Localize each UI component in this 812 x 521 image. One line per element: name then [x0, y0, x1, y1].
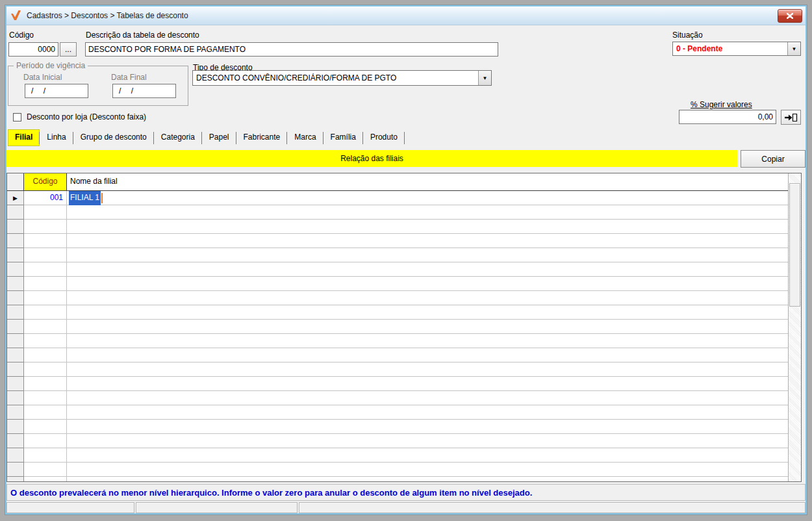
- cell-codigo[interactable]: [24, 377, 67, 391]
- grid-column-codigo[interactable]: Código: [24, 173, 67, 190]
- tab-papel[interactable]: Papel: [202, 129, 236, 146]
- cell-nome[interactable]: [67, 291, 788, 305]
- grid-column-nome[interactable]: Nome da filial: [67, 173, 788, 190]
- table-row[interactable]: ▶001FILIAL 1: [7, 191, 788, 205]
- cell-nome[interactable]: [67, 248, 788, 262]
- apply-suggest-button[interactable]: [781, 110, 801, 125]
- cell-codigo[interactable]: 001: [24, 191, 67, 205]
- table-row[interactable]: [7, 477, 788, 481]
- table-row[interactable]: [7, 377, 788, 391]
- cell-nome[interactable]: [67, 434, 788, 448]
- cell-codigo[interactable]: [24, 434, 67, 448]
- cell-nome[interactable]: [67, 448, 788, 463]
- cell-nome[interactable]: [67, 334, 788, 348]
- arrow-to-document-icon: [784, 113, 798, 122]
- cell-codigo[interactable]: [24, 477, 67, 481]
- table-row[interactable]: [7, 391, 788, 405]
- chevron-down-icon[interactable]: ▼: [478, 71, 491, 85]
- cell-codigo[interactable]: [24, 220, 67, 234]
- copy-button[interactable]: Copiar: [741, 150, 806, 168]
- tab-linha[interactable]: Linha: [40, 129, 73, 146]
- table-row[interactable]: [7, 291, 788, 305]
- table-row[interactable]: [7, 305, 788, 320]
- table-row[interactable]: [7, 463, 788, 477]
- cell-nome[interactable]: [67, 348, 788, 362]
- cell-nome[interactable]: FILIAL 1: [67, 191, 788, 205]
- data-final-input[interactable]: / /: [112, 84, 176, 98]
- cell-codigo[interactable]: [24, 320, 67, 334]
- situacao-combobox[interactable]: 0 - Pendente ▼: [672, 42, 801, 56]
- chevron-down-icon[interactable]: ▼: [787, 42, 800, 55]
- tipo-desconto-combobox[interactable]: DESCONTO CONVÊNIO/CREDIÁRIO/FORMA DE PGT…: [192, 70, 492, 86]
- cell-codigo[interactable]: [24, 405, 67, 420]
- scrollbar-thumb[interactable]: [789, 183, 800, 307]
- cell-nome[interactable]: [67, 320, 788, 334]
- cell-nome[interactable]: [67, 420, 788, 434]
- cell-nome[interactable]: [67, 305, 788, 320]
- table-row[interactable]: [7, 320, 788, 334]
- sugerir-input[interactable]: 0,00: [679, 110, 776, 124]
- browse-button[interactable]: ...: [60, 42, 77, 57]
- tab-categoria[interactable]: Categoria: [154, 129, 202, 146]
- cell-codigo[interactable]: [24, 205, 67, 220]
- cell-nome[interactable]: [67, 477, 788, 481]
- table-row[interactable]: [7, 420, 788, 434]
- table-row[interactable]: [7, 405, 788, 420]
- tab-marca[interactable]: Marca: [287, 129, 323, 146]
- table-row[interactable]: [7, 262, 788, 277]
- cell-codigo[interactable]: [24, 463, 67, 477]
- cell-nome[interactable]: [67, 262, 788, 277]
- periodo-group-label: Período de vigência: [14, 61, 88, 70]
- tab-grupo-de-desconto[interactable]: Grupo de desconto: [73, 129, 154, 146]
- cell-codigo[interactable]: [24, 448, 67, 463]
- table-row[interactable]: [7, 448, 788, 463]
- cell-codigo[interactable]: [24, 277, 67, 291]
- cell-codigo[interactable]: [24, 391, 67, 405]
- close-button[interactable]: [778, 9, 802, 23]
- desconto-loja-checkbox[interactable]: [13, 113, 21, 121]
- table-row[interactable]: [7, 205, 788, 220]
- cell-codigo[interactable]: [24, 234, 67, 248]
- tab-fabricante[interactable]: Fabricante: [236, 129, 288, 146]
- cell-codigo[interactable]: [24, 248, 67, 262]
- table-row[interactable]: [7, 248, 788, 262]
- table-row[interactable]: [7, 362, 788, 377]
- cell-codigo[interactable]: [24, 362, 67, 377]
- table-row[interactable]: [7, 277, 788, 291]
- row-indicator-arrow: ▶: [7, 191, 24, 205]
- cell-codigo[interactable]: [24, 334, 67, 348]
- cell-nome[interactable]: [67, 377, 788, 391]
- cell-codigo[interactable]: [24, 262, 67, 277]
- situacao-label: Situação: [672, 31, 703, 40]
- cell-nome[interactable]: [67, 205, 788, 220]
- table-row[interactable]: [7, 434, 788, 448]
- cell-codigo[interactable]: [24, 348, 67, 362]
- table-row[interactable]: [7, 234, 788, 248]
- descricao-input[interactable]: DESCONTO POR FORMA DE PAGAMENTO: [85, 42, 498, 57]
- data-inicial-input[interactable]: / /: [25, 84, 88, 98]
- status-bar: [6, 502, 806, 513]
- row-indicator: [7, 291, 24, 305]
- cell-nome[interactable]: [67, 234, 788, 248]
- tab-produto[interactable]: Produto: [363, 129, 405, 146]
- cell-nome[interactable]: [67, 220, 788, 234]
- cell-nome[interactable]: [67, 391, 788, 405]
- table-row[interactable]: [7, 334, 788, 348]
- vertical-scrollbar[interactable]: [788, 173, 801, 481]
- cell-nome[interactable]: [67, 405, 788, 420]
- row-indicator: [7, 463, 24, 477]
- table-row[interactable]: [7, 348, 788, 362]
- cell-codigo[interactable]: [24, 305, 67, 320]
- tab-filial[interactable]: Filial: [8, 129, 40, 146]
- cell-codigo[interactable]: [24, 291, 67, 305]
- cell-nome[interactable]: [67, 362, 788, 377]
- row-indicator: [7, 277, 24, 291]
- cell-nome[interactable]: [67, 463, 788, 477]
- cell-codigo[interactable]: [24, 420, 67, 434]
- tab-familia[interactable]: Família: [324, 129, 363, 146]
- desconto-loja-label: Desconto por loja (Desconto faixa): [27, 112, 146, 121]
- table-row[interactable]: [7, 220, 788, 234]
- codigo-input[interactable]: 0000: [8, 42, 58, 57]
- grid-body: ▶001FILIAL 1: [7, 191, 788, 481]
- cell-nome[interactable]: [67, 277, 788, 291]
